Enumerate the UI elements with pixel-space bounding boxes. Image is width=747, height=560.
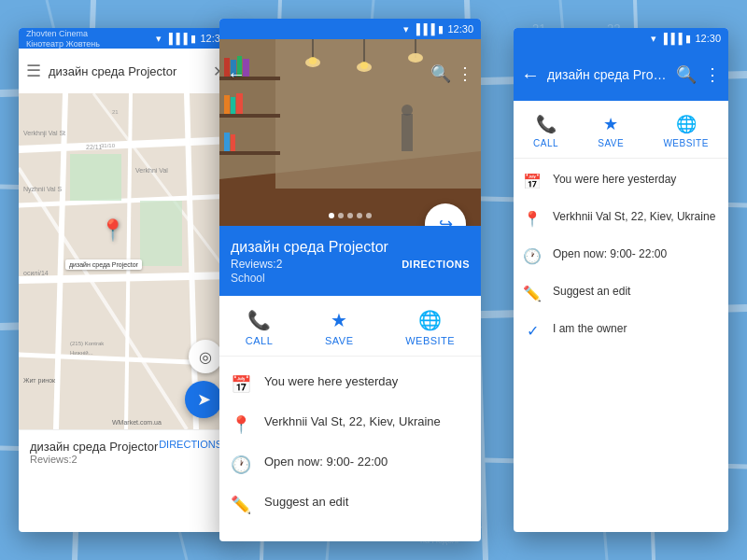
right-info-edit[interactable]: ✏️ Suggest an edit <box>514 274 728 312</box>
directions-fab[interactable]: ➤ <box>185 381 222 418</box>
dot-2 <box>338 213 344 218</box>
left-status-bar: Zhovten CinemaКінотеатр Жовтень ▾ ▐▐▐ ▮ … <box>19 28 233 49</box>
mid-battery-icon: ▮ <box>438 23 444 35</box>
dot-3 <box>347 213 353 218</box>
left-battery-icon: ▮ <box>190 33 196 45</box>
svg-rect-35 <box>140 201 182 266</box>
right-calendar-icon: 📅 <box>523 173 542 190</box>
svg-rect-57 <box>224 95 230 114</box>
svg-rect-59 <box>236 93 243 114</box>
right-info-list: 📅 You were here yesterday 📍 Verkhnii Val… <box>514 159 728 353</box>
svg-line-27 <box>19 275 233 280</box>
info-visited: 📅 You were here yesterday <box>219 364 481 404</box>
right-info-owner-text: I am the owner <box>553 321 627 337</box>
right-info-visited-text: You were here yesterday <box>553 172 676 188</box>
mid-reviews-row: Reviews:2 DIRECTIONS <box>231 258 470 271</box>
info-visited-text: You were here yesterday <box>264 373 398 390</box>
location-button[interactable]: ◎ <box>189 340 222 373</box>
right-info-edit-text: Suggest an edit <box>553 284 630 300</box>
right-edit-icon: ✏️ <box>523 285 542 302</box>
right-info-owner[interactable]: ✓ I am the owner <box>514 312 728 349</box>
right-title: дизайн среда Proj… <box>547 67 669 82</box>
svg-rect-34 <box>70 154 121 201</box>
right-info-visited: 📅 You were here yesterday <box>514 162 728 200</box>
right-search-button[interactable]: 🔍 <box>676 64 697 85</box>
left-cinema-text: Zhovten CinemaКінотеатр Жовтень <box>26 29 100 49</box>
svg-text:Verkhnji Val St: Verkhnji Val St <box>23 130 65 137</box>
right-info-hours: 🕐 Open now: 9:00- 22:00 <box>514 237 728 274</box>
mid-wifi-icon: ▾ <box>403 23 409 35</box>
website-button[interactable]: 🌐 WEBSITE <box>405 309 455 346</box>
right-website-button[interactable]: 🌐 WEBSITE <box>663 114 709 148</box>
svg-rect-51 <box>219 114 280 118</box>
menu-icon[interactable]: ☰ <box>26 61 41 81</box>
svg-text:21: 21 <box>112 109 119 115</box>
right-info-address: 📍 Verkhnii Val St, 22, Kiev, Ukraine <box>514 200 728 237</box>
right-back-button[interactable]: ← <box>521 64 540 86</box>
mid-header-image: ← 🔍 ⋮ ↪ <box>219 39 481 226</box>
info-edit[interactable]: ✏️ Suggest an edit <box>219 484 481 525</box>
left-search-bar: ☰ ✕ 🎤 <box>19 49 233 93</box>
left-panel: Zhovten CinemaКінотеатр Жовтень ▾ ▐▐▐ ▮ … <box>19 28 233 532</box>
left-reviews: Reviews:2 <box>30 454 222 465</box>
dot-4 <box>357 213 362 218</box>
right-action-buttons: 📞 CALL ★ SAVE 🌐 WEBSITE <box>514 101 728 159</box>
save-label: SAVE <box>325 335 354 346</box>
right-save-label: SAVE <box>598 138 624 148</box>
call-button[interactable]: 📞 CALL <box>246 309 274 346</box>
svg-text:22/11: 22/11 <box>86 144 103 150</box>
map-area[interactable]: Verkhnji Val St Nyzhnii Val S Verkhni Va… <box>19 93 233 429</box>
svg-text:Жит ринок: Жит ринок <box>23 377 56 385</box>
mid-info-section: дизайн среда Projector Reviews:2 DIRECTI… <box>219 226 481 296</box>
right-info-address-text: Verkhnii Val St, 22, Kiev, Ukraine <box>553 209 715 225</box>
right-signal-icon: ▐▐▐ <box>660 33 682 44</box>
svg-rect-58 <box>231 97 235 114</box>
right-wifi-icon: ▾ <box>651 33 656 45</box>
calendar-icon: 📅 <box>231 374 251 395</box>
right-battery-icon: ▮ <box>685 33 691 45</box>
svg-text:Nyzhnii Val S: Nyzhnii Val S <box>23 186 62 193</box>
right-more-button[interactable]: ⋮ <box>704 64 721 85</box>
right-info-hours-text: Open now: 9:00- 22:00 <box>553 246 667 262</box>
mid-panel: ▾ ▐▐▐ ▮ 12:30 <box>219 19 481 541</box>
mid-more-button[interactable]: ⋮ <box>457 63 473 84</box>
info-hours-text: Open now: 9:00- 22:00 <box>264 454 388 470</box>
image-dots <box>329 213 372 218</box>
right-call-label: CALL <box>533 138 558 148</box>
mid-info-list: 📅 You were here yesterday 📍 Verkhnii Val… <box>219 357 481 532</box>
save-button[interactable]: ★ SAVE <box>325 309 354 346</box>
svg-text:осилі/14: осилі/14 <box>23 270 49 276</box>
svg-point-64 <box>309 57 317 64</box>
mid-reviews: Reviews:2 <box>231 258 282 271</box>
info-address: 📍 Verkhnii Val St, 22, Kiev, Ukraine <box>219 404 481 444</box>
right-panel: ▾ ▐▐▐ ▮ 12:30 ← дизайн среда Proj… 🔍 ⋮ 📞… <box>514 28 728 532</box>
map-pin[interactable]: 📍 <box>100 218 125 243</box>
mid-back-button[interactable]: ← <box>227 63 246 85</box>
action-buttons: 📞 CALL ★ SAVE 🌐 WEBSITE <box>219 296 481 357</box>
clock-icon: 🕐 <box>231 455 251 475</box>
dot-5 <box>366 213 372 218</box>
svg-text:Verkhni Val: Verkhni Val <box>135 167 168 174</box>
edit-icon: ✏️ <box>231 495 251 515</box>
right-call-button[interactable]: 📞 CALL <box>533 114 558 148</box>
info-address-text: Verkhnii Val St, 22, Kiev, Ukraine <box>264 413 441 430</box>
right-header: ← дизайн среда Proj… 🔍 ⋮ <box>514 49 728 101</box>
info-edit-text: Suggest an edit <box>264 494 348 511</box>
mid-signal-icon: ▐▐▐ <box>413 23 434 35</box>
right-location-icon: 📍 <box>523 210 542 228</box>
left-directions-link[interactable]: DIRECTIONS <box>159 439 222 450</box>
mid-category: School <box>231 272 470 285</box>
right-save-button[interactable]: ★ SAVE <box>598 114 624 148</box>
mid-search-button[interactable]: 🔍 <box>430 63 451 84</box>
svg-rect-52 <box>219 151 280 155</box>
dot-1 <box>329 213 334 218</box>
mid-time: 12:30 <box>447 23 473 35</box>
svg-text:31/10: 31/10 <box>101 143 116 148</box>
right-clock-icon: 🕐 <box>523 247 542 265</box>
search-input[interactable] <box>49 64 205 78</box>
right-website-label: WEBSITE <box>663 138 709 148</box>
svg-rect-70 <box>402 114 413 151</box>
mid-directions-btn[interactable]: DIRECTIONS <box>402 259 470 270</box>
svg-rect-61 <box>231 134 235 151</box>
left-wifi-icon: ▾ <box>156 33 162 45</box>
